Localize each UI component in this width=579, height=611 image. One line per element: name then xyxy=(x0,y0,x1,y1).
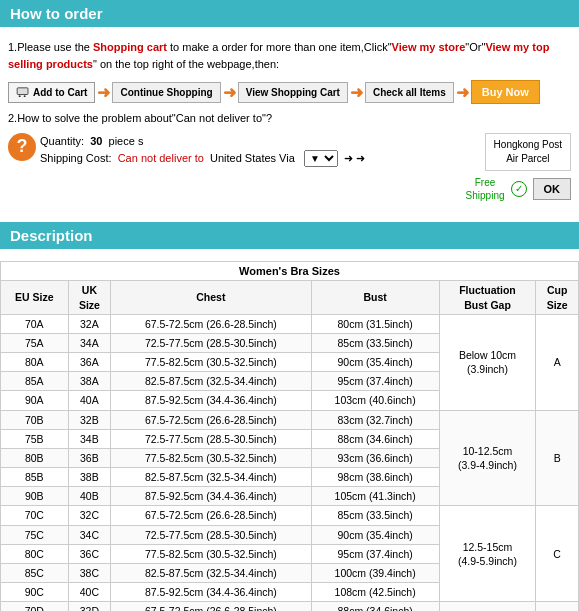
bra-table-wrap: Women's Bra Sizes EU Size UKSize Chest B… xyxy=(0,257,579,612)
col-chest: Chest xyxy=(111,281,311,314)
arrow3: ➜ xyxy=(350,83,363,102)
description-section: Description Women's Bra Sizes EU Size UK… xyxy=(0,222,579,612)
solve-container: ? Quantity: 30 piece s Shipping Cost: Ca… xyxy=(8,133,571,202)
table-row: 70A32A67.5-72.5cm (26.6-28.5inch)80cm (3… xyxy=(1,314,579,333)
col-uk-size: UKSize xyxy=(68,281,111,314)
shipping-row: Shipping Cost: Can not deliver to United… xyxy=(40,150,456,167)
description-header: Description xyxy=(0,222,579,249)
add-to-cart-button[interactable]: Add to Cart xyxy=(8,82,95,103)
hongkong-post-box: Hongkong Post Air Parcel xyxy=(485,133,571,171)
view-store-link[interactable]: View my store xyxy=(392,41,466,53)
quantity-row: Quantity: 30 piece s xyxy=(40,133,456,151)
arrow2: ➜ xyxy=(223,83,236,102)
check-all-items-button[interactable]: Check all Items xyxy=(365,82,454,103)
col-eu-size: EU Size xyxy=(1,281,69,314)
svg-point-2 xyxy=(24,95,26,97)
ok-button[interactable]: OK xyxy=(533,178,572,200)
table-row: 70C32C67.5-72.5cm (26.6-28.5inch)85cm (3… xyxy=(1,506,579,525)
question-icon: ? xyxy=(8,133,36,161)
table-row: 70D32D67.5-72.5cm (26.6-28.5inch)88cm (3… xyxy=(1,602,579,611)
bra-size-table: Women's Bra Sizes EU Size UKSize Chest B… xyxy=(0,261,579,612)
arrow1: ➜ xyxy=(97,83,110,102)
col-fluctuation: FluctuationBust Gap xyxy=(439,281,536,314)
free-shipping-circle: ✓ xyxy=(511,181,527,197)
cart-icon xyxy=(16,87,30,97)
shopping-cart-link[interactable]: Shopping cart xyxy=(93,41,167,53)
order-flow-row: Add to Cart ➜ Continue Shopping ➜ View S… xyxy=(8,80,571,104)
buy-now-button[interactable]: Buy Now xyxy=(471,80,540,104)
step1-text: 1.Please use the Shopping cart to make a… xyxy=(8,39,571,72)
svg-point-1 xyxy=(19,95,21,97)
arrow4: ➜ xyxy=(456,83,469,102)
col-cup-size: CupSize xyxy=(536,281,579,314)
table-row: 70B32B67.5-72.5cm (26.6-28.5inch)83cm (3… xyxy=(1,410,579,429)
how-to-order-section: How to order 1.Please use the Shopping c… xyxy=(0,0,579,218)
free-shipping-label: Free Shipping xyxy=(466,176,505,202)
shipping-dropdown[interactable]: ▼ xyxy=(304,150,338,167)
col-bust: Bust xyxy=(311,281,439,314)
how-to-order-header: How to order xyxy=(0,0,579,27)
solve-left: Quantity: 30 piece s Shipping Cost: Can … xyxy=(40,133,456,168)
svg-rect-0 xyxy=(17,88,28,95)
step2-text: 2.How to solve the problem about"Can not… xyxy=(8,110,571,127)
continue-shopping-button[interactable]: Continue Shopping xyxy=(112,82,220,103)
table-title: Women's Bra Sizes xyxy=(1,261,579,281)
view-shopping-cart-button[interactable]: View Shopping Cart xyxy=(238,82,348,103)
solve-right: Hongkong Post Air Parcel Free Shipping ✓… xyxy=(466,133,571,202)
